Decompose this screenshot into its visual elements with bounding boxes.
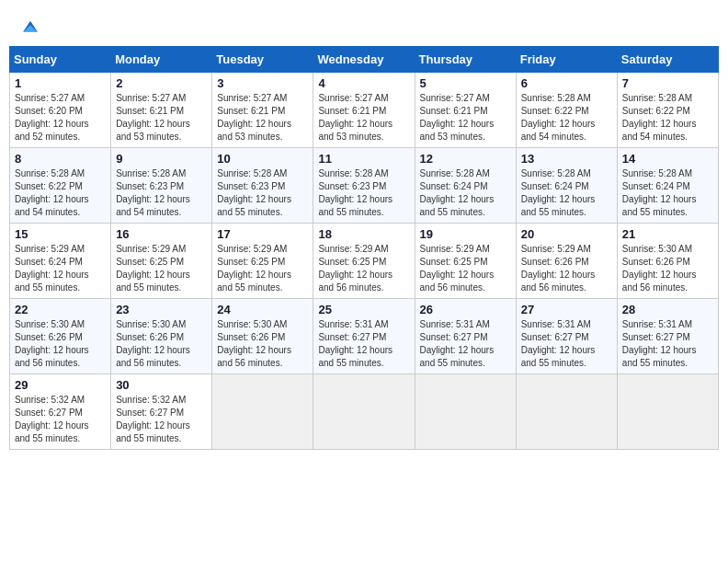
table-cell: 1Sunrise: 5:27 AM Sunset: 6:20 PM Daylig… <box>10 73 111 148</box>
table-cell: 5Sunrise: 5:27 AM Sunset: 6:21 PM Daylig… <box>415 73 516 148</box>
day-number: 26 <box>420 303 511 316</box>
day-info: Sunrise: 5:28 AM Sunset: 6:23 PM Dayligh… <box>217 167 308 219</box>
table-cell: 29Sunrise: 5:32 AM Sunset: 6:27 PM Dayli… <box>10 374 111 450</box>
table-cell: 17Sunrise: 5:29 AM Sunset: 6:25 PM Dayli… <box>212 224 313 299</box>
col-monday: Monday <box>111 47 212 73</box>
day-number: 3 <box>217 76 308 90</box>
day-number: 25 <box>318 303 409 316</box>
day-number: 9 <box>116 152 207 166</box>
day-number: 20 <box>521 227 612 241</box>
day-info: Sunrise: 5:27 AM Sunset: 6:21 PM Dayligh… <box>116 92 207 144</box>
col-tuesday: Tuesday <box>212 47 313 73</box>
day-number: 10 <box>217 152 308 166</box>
header <box>9 9 719 42</box>
day-info: Sunrise: 5:28 AM Sunset: 6:24 PM Dayligh… <box>622 167 713 219</box>
day-info: Sunrise: 5:29 AM Sunset: 6:25 PM Dayligh… <box>420 243 511 294</box>
table-cell <box>212 374 313 450</box>
day-number: 2 <box>116 76 207 90</box>
col-wednesday: Wednesday <box>313 47 415 73</box>
day-info: Sunrise: 5:27 AM Sunset: 6:21 PM Dayligh… <box>217 92 308 144</box>
calendar-row: 15Sunrise: 5:29 AM Sunset: 6:24 PM Dayli… <box>10 224 719 299</box>
table-cell: 19Sunrise: 5:29 AM Sunset: 6:25 PM Dayli… <box>415 224 516 299</box>
day-info: Sunrise: 5:28 AM Sunset: 6:22 PM Dayligh… <box>521 92 612 144</box>
table-cell: 13Sunrise: 5:28 AM Sunset: 6:24 PM Dayli… <box>516 148 617 224</box>
table-cell: 9Sunrise: 5:28 AM Sunset: 6:23 PM Daylig… <box>111 148 212 224</box>
day-number: 28 <box>622 303 713 316</box>
table-cell: 24Sunrise: 5:30 AM Sunset: 6:26 PM Dayli… <box>212 299 313 374</box>
table-cell: 26Sunrise: 5:31 AM Sunset: 6:27 PM Dayli… <box>415 299 516 374</box>
day-info: Sunrise: 5:28 AM Sunset: 6:23 PM Dayligh… <box>116 167 207 219</box>
day-number: 23 <box>116 303 207 316</box>
day-info: Sunrise: 5:30 AM Sunset: 6:26 PM Dayligh… <box>15 318 106 370</box>
day-number: 17 <box>217 227 308 241</box>
day-info: Sunrise: 5:29 AM Sunset: 6:26 PM Dayligh… <box>521 243 612 294</box>
day-info: Sunrise: 5:29 AM Sunset: 6:24 PM Dayligh… <box>15 243 106 294</box>
day-number: 6 <box>521 76 612 90</box>
table-cell <box>617 374 718 450</box>
day-info: Sunrise: 5:30 AM Sunset: 6:26 PM Dayligh… <box>116 318 207 370</box>
day-info: Sunrise: 5:27 AM Sunset: 6:20 PM Dayligh… <box>15 92 106 144</box>
day-number: 1 <box>15 76 106 90</box>
day-number: 7 <box>622 76 713 90</box>
col-thursday: Thursday <box>415 47 516 73</box>
calendar-row: 1Sunrise: 5:27 AM Sunset: 6:20 PM Daylig… <box>10 73 719 148</box>
table-cell: 28Sunrise: 5:31 AM Sunset: 6:27 PM Dayli… <box>617 299 718 374</box>
day-number: 11 <box>318 152 409 166</box>
table-cell: 18Sunrise: 5:29 AM Sunset: 6:25 PM Dayli… <box>313 224 415 299</box>
day-number: 18 <box>318 227 409 241</box>
day-info: Sunrise: 5:28 AM Sunset: 6:22 PM Dayligh… <box>15 167 106 219</box>
day-info: Sunrise: 5:31 AM Sunset: 6:27 PM Dayligh… <box>521 318 612 370</box>
table-cell: 11Sunrise: 5:28 AM Sunset: 6:23 PM Dayli… <box>313 148 415 224</box>
day-info: Sunrise: 5:27 AM Sunset: 6:21 PM Dayligh… <box>420 92 511 144</box>
col-friday: Friday <box>516 47 617 73</box>
calendar-header-row: Sunday Monday Tuesday Wednesday Thursday… <box>10 47 719 73</box>
table-cell: 25Sunrise: 5:31 AM Sunset: 6:27 PM Dayli… <box>313 299 415 374</box>
table-cell: 7Sunrise: 5:28 AM Sunset: 6:22 PM Daylig… <box>617 73 718 148</box>
day-info: Sunrise: 5:30 AM Sunset: 6:26 PM Dayligh… <box>217 318 308 370</box>
logo <box>18 17 40 39</box>
table-cell: 6Sunrise: 5:28 AM Sunset: 6:22 PM Daylig… <box>516 73 617 148</box>
table-cell: 14Sunrise: 5:28 AM Sunset: 6:24 PM Dayli… <box>617 148 718 224</box>
day-number: 12 <box>420 152 511 166</box>
table-cell: 20Sunrise: 5:29 AM Sunset: 6:26 PM Dayli… <box>516 224 617 299</box>
day-info: Sunrise: 5:31 AM Sunset: 6:27 PM Dayligh… <box>420 318 511 370</box>
col-sunday: Sunday <box>10 47 111 73</box>
table-cell: 4Sunrise: 5:27 AM Sunset: 6:21 PM Daylig… <box>313 73 415 148</box>
day-info: Sunrise: 5:29 AM Sunset: 6:25 PM Dayligh… <box>116 243 207 294</box>
day-info: Sunrise: 5:31 AM Sunset: 6:27 PM Dayligh… <box>318 318 409 370</box>
calendar-row: 29Sunrise: 5:32 AM Sunset: 6:27 PM Dayli… <box>10 374 719 450</box>
day-number: 13 <box>521 152 612 166</box>
calendar-row: 22Sunrise: 5:30 AM Sunset: 6:26 PM Dayli… <box>10 299 719 374</box>
day-info: Sunrise: 5:29 AM Sunset: 6:25 PM Dayligh… <box>318 243 409 294</box>
day-number: 4 <box>318 76 409 90</box>
day-number: 27 <box>521 303 612 316</box>
table-cell: 15Sunrise: 5:29 AM Sunset: 6:24 PM Dayli… <box>10 224 111 299</box>
table-cell <box>313 374 415 450</box>
table-cell: 22Sunrise: 5:30 AM Sunset: 6:26 PM Dayli… <box>10 299 111 374</box>
table-cell: 2Sunrise: 5:27 AM Sunset: 6:21 PM Daylig… <box>111 73 212 148</box>
day-info: Sunrise: 5:28 AM Sunset: 6:24 PM Dayligh… <box>420 167 511 219</box>
calendar-table: Sunday Monday Tuesday Wednesday Thursday… <box>9 46 719 450</box>
day-number: 21 <box>622 227 713 241</box>
day-number: 5 <box>420 76 511 90</box>
table-cell <box>516 374 617 450</box>
table-cell: 10Sunrise: 5:28 AM Sunset: 6:23 PM Dayli… <box>212 148 313 224</box>
table-cell <box>415 374 516 450</box>
table-cell: 8Sunrise: 5:28 AM Sunset: 6:22 PM Daylig… <box>10 148 111 224</box>
day-info: Sunrise: 5:28 AM Sunset: 6:23 PM Dayligh… <box>318 167 409 219</box>
day-number: 8 <box>15 152 106 166</box>
day-number: 24 <box>217 303 308 316</box>
day-info: Sunrise: 5:31 AM Sunset: 6:27 PM Dayligh… <box>622 318 713 370</box>
table-cell: 21Sunrise: 5:30 AM Sunset: 6:26 PM Dayli… <box>617 224 718 299</box>
calendar-row: 8Sunrise: 5:28 AM Sunset: 6:22 PM Daylig… <box>10 148 719 224</box>
day-info: Sunrise: 5:32 AM Sunset: 6:27 PM Dayligh… <box>116 394 207 445</box>
table-cell: 16Sunrise: 5:29 AM Sunset: 6:25 PM Dayli… <box>111 224 212 299</box>
day-info: Sunrise: 5:28 AM Sunset: 6:24 PM Dayligh… <box>521 167 612 219</box>
table-cell: 30Sunrise: 5:32 AM Sunset: 6:27 PM Dayli… <box>111 374 212 450</box>
day-info: Sunrise: 5:29 AM Sunset: 6:25 PM Dayligh… <box>217 243 308 294</box>
logo-icon <box>20 17 40 37</box>
day-info: Sunrise: 5:32 AM Sunset: 6:27 PM Dayligh… <box>15 394 106 445</box>
day-number: 22 <box>15 303 106 316</box>
day-info: Sunrise: 5:28 AM Sunset: 6:22 PM Dayligh… <box>622 92 713 144</box>
day-info: Sunrise: 5:30 AM Sunset: 6:26 PM Dayligh… <box>622 243 713 294</box>
